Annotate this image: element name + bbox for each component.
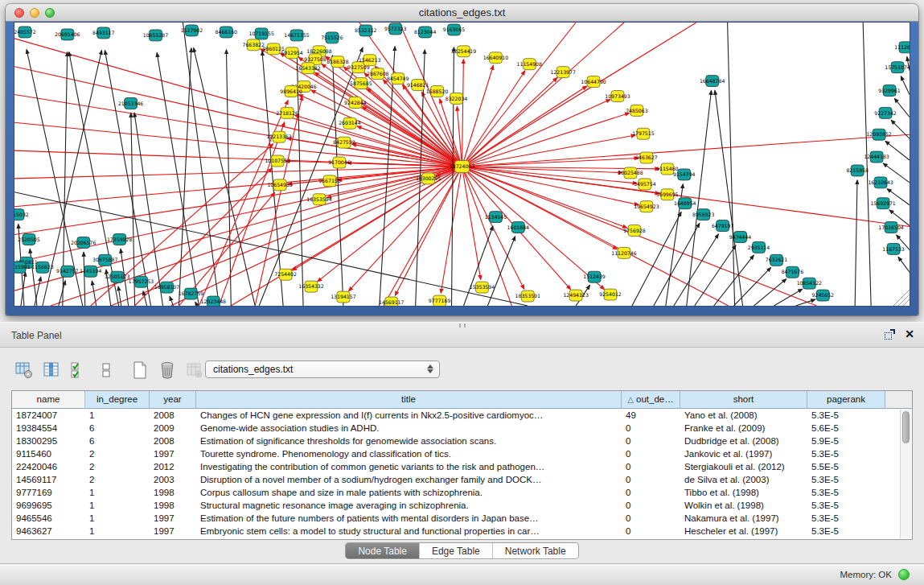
yellow-node[interactable]: 14569117	[379, 297, 404, 306]
red-edge[interactable]	[462, 23, 577, 167]
column-header-name[interactable]: name	[12, 391, 85, 409]
red-edge[interactable]	[295, 115, 462, 167]
resize-grip-icon[interactable]	[898, 295, 910, 306]
network-canvas[interactable]: 2405572206914068493117106552871527902846…	[14, 22, 910, 307]
black-edge[interactable]	[463, 226, 492, 306]
row-checks-button[interactable]	[68, 359, 90, 381]
yellow-node[interactable]: 19654923	[634, 201, 659, 212]
teal-node[interactable]: 8215958	[846, 165, 869, 176]
black-edge[interactable]	[92, 281, 96, 306]
teal-node[interactable]: 9329961	[878, 85, 901, 97]
vertical-scrollbar[interactable]	[900, 410, 911, 538]
teal-node[interactable]: 1815032	[14, 209, 29, 220]
close-panel-icon[interactable]: ✕	[905, 329, 914, 340]
teal-node[interactable]: 8471676	[782, 266, 804, 278]
red-edge[interactable]	[219, 122, 284, 306]
yellow-node[interactable]: 15353594	[470, 282, 495, 293]
teal-node[interactable]: 7515526	[321, 32, 343, 43]
black-edge[interactable]	[715, 90, 743, 306]
red-edge[interactable]	[349, 167, 462, 291]
teal-node[interactable]: 12444183	[864, 151, 889, 163]
black-edge[interactable]	[14, 192, 528, 306]
teal-node[interactable]: 9572323	[384, 23, 407, 35]
tab-edge-table[interactable]: Edge Table	[420, 543, 493, 558]
table-row[interactable]: 1830029562008Estimation of significance …	[12, 435, 912, 447]
black-edge[interactable]	[226, 50, 231, 306]
black-edge[interactable]	[898, 257, 910, 272]
table-row[interactable]: 946362711997Embryonic stem cells: a mode…	[12, 525, 912, 538]
zoom-window-icon[interactable]	[45, 8, 55, 18]
red-edge[interactable]	[462, 113, 630, 167]
teal-node[interactable]: 20206576	[71, 237, 96, 248]
teal-node[interactable]: 2520505	[18, 234, 40, 245]
column-header-year[interactable]: year	[150, 391, 196, 409]
teal-node[interactable]: 17359928	[107, 234, 132, 245]
table-row[interactable]: 969969511998Structural magnetic resonanc…	[12, 499, 912, 512]
black-edge[interactable]	[863, 23, 871, 306]
yellow-node[interactable]: 8322034	[446, 93, 468, 105]
teal-node[interactable]: 8532312	[355, 25, 377, 36]
red-edge[interactable]	[462, 167, 605, 290]
teal-node[interactable]: 15751074	[885, 62, 910, 73]
black-edge[interactable]	[452, 47, 454, 306]
yellow-node[interactable]: 12254419	[451, 46, 476, 57]
teal-node[interactable]: 8123044	[414, 27, 437, 38]
black-edge[interactable]	[487, 237, 515, 306]
delete-rows-button[interactable]	[156, 359, 179, 381]
yellow-node[interactable]: 8186328	[326, 56, 349, 68]
teal-node[interactable]: 30975887	[92, 254, 117, 266]
black-edge[interactable]	[695, 245, 736, 306]
teal-node[interactable]: 20691406	[55, 29, 80, 40]
black-edge[interactable]	[901, 76, 910, 95]
table-row[interactable]: 946554611997Estimation of the future num…	[12, 512, 912, 525]
black-edge[interactable]	[674, 234, 719, 306]
teal-node[interactable]: 10655287	[143, 30, 168, 41]
yellow-node[interactable]: 1797515	[632, 128, 655, 139]
black-edge[interactable]	[131, 113, 135, 306]
yellow-node[interactable]: 10654985	[267, 179, 292, 191]
table-row[interactable]: 1456911722003Disruption of a novel membe…	[12, 473, 912, 486]
yellow-node[interactable]: 9699695	[656, 189, 679, 200]
yellow-node[interactable]: 10644790	[581, 76, 606, 88]
table-settings-button[interactable]	[13, 359, 35, 381]
black-edge[interactable]	[894, 98, 910, 117]
red-edge[interactable]	[311, 90, 462, 167]
teal-node[interactable]: 9142757	[56, 266, 79, 277]
yellow-node[interactable]: 13194157	[331, 291, 355, 303]
table-selector-dropdown[interactable]: citations_edges.txt	[205, 360, 440, 378]
black-edge[interactable]	[855, 180, 857, 306]
teal-node[interactable]: 1167533	[882, 243, 905, 254]
network-window-titlebar[interactable]: citations_edges.txt	[6, 4, 918, 22]
close-window-icon[interactable]	[14, 8, 24, 18]
black-edge[interactable]	[774, 289, 802, 306]
teal-node[interactable]: 14671355	[284, 30, 309, 41]
column-header-in_degree[interactable]: in_degree	[85, 391, 150, 409]
teal-node[interactable]: 16648784	[700, 76, 725, 87]
scrollbar-thumb[interactable]	[902, 411, 910, 443]
teal-node[interactable]: 12093852	[866, 129, 891, 140]
teal-node[interactable]: 12505123	[105, 271, 129, 282]
black-edge[interactable]	[170, 296, 173, 306]
yellow-node[interactable]: 9777169	[429, 295, 451, 306]
column-header-short[interactable]: short	[680, 391, 807, 409]
black-edge[interactable]	[654, 223, 700, 306]
teal-node[interactable]: 2405572	[14, 27, 36, 38]
table-row[interactable]: 911546021997Tourette syndrome. Phenomeno…	[12, 447, 912, 460]
yellow-node[interactable]: 9254012	[599, 289, 622, 300]
teal-node[interactable]: 10719155	[248, 28, 273, 39]
black-edge[interactable]	[143, 291, 147, 306]
tab-node-table[interactable]: Node Table	[346, 543, 420, 558]
yellow-node[interactable]: 7254402	[274, 269, 297, 280]
teal-node[interactable]: 1601884	[507, 222, 530, 233]
teal-node[interactable]: 1640954	[674, 198, 696, 209]
red-edge[interactable]	[14, 122, 462, 167]
black-edge[interactable]	[183, 23, 219, 306]
table-row[interactable]: 2242004622012Investigating the contribut…	[12, 460, 912, 473]
black-edge[interactable]	[380, 47, 395, 306]
teal-node[interactable]: 1112052	[894, 42, 910, 53]
black-edge[interactable]	[195, 303, 198, 306]
black-edge[interactable]	[179, 48, 191, 306]
yellow-node[interactable]: 2603144	[339, 117, 361, 129]
teal-node[interactable]: 9163065	[443, 24, 466, 35]
column-header-pagerank[interactable]: pagerank	[807, 391, 885, 409]
